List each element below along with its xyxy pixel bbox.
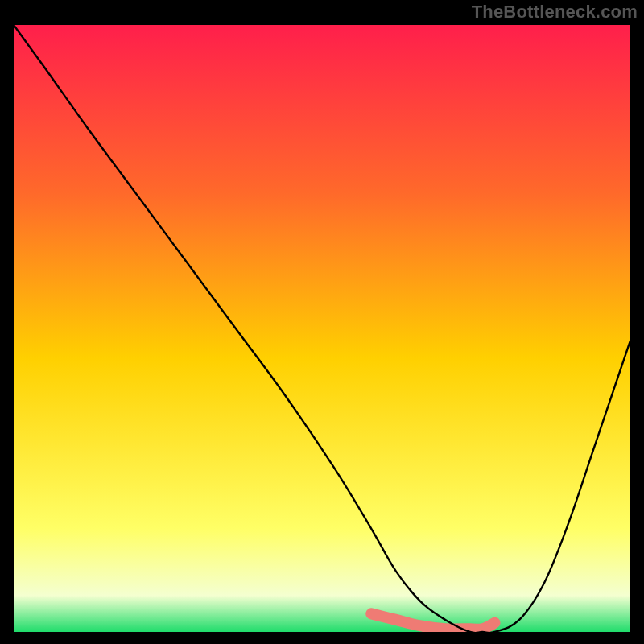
chart-frame	[11, 23, 633, 634]
chart-background-gradient	[14, 25, 630, 632]
brand-watermark: TheBottleneck.com	[472, 2, 638, 23]
chart-svg	[14, 25, 630, 632]
chart-plot-area	[14, 25, 630, 632]
